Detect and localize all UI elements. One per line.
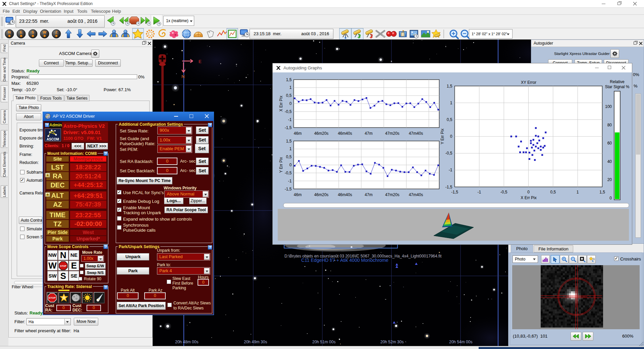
- svg-text:0: 0: [289, 163, 292, 167]
- svg-text:20h 54m 00s: 20h 54m 00s: [449, 340, 472, 344]
- svg-text:C11 EdgeHD f/7 + Atik 4000 Mon: C11 EdgeHD f/7 + Atik 4000 Monochrome: [301, 257, 388, 263]
- svg-text:-1,5: -1,5: [445, 185, 452, 189]
- svg-text:-1,5: -1,5: [285, 187, 292, 191]
- svg-text:STOP: STOP: [60, 265, 66, 267]
- svg-text:1: 1: [289, 85, 292, 90]
- svg-text:Y Err Pix: Y Err Pix: [279, 157, 283, 173]
- svg-text:N: N: [181, 74, 184, 79]
- svg-text:-1: -1: [288, 179, 292, 183]
- svg-text:Star Signal %: Star Signal %: [605, 84, 630, 89]
- svg-text:0: 0: [609, 196, 612, 200]
- svg-text:1: 1: [450, 101, 452, 105]
- svg-text:-1,5: -1,5: [451, 190, 458, 194]
- svg-text:1,5: 1,5: [286, 77, 292, 82]
- svg-text:E: E: [20, 30, 22, 34]
- svg-text:47m: 47m: [365, 192, 372, 197]
- svg-text:-1: -1: [449, 168, 452, 172]
- svg-text:47m40s: 47m40s: [409, 131, 423, 136]
- svg-text:-0,5: -0,5: [500, 190, 507, 194]
- svg-text:0,5: 0,5: [550, 190, 556, 194]
- svg-text:E: E: [199, 59, 202, 64]
- svg-text:1,5: 1,5: [286, 139, 292, 143]
- svg-text:-1,5: -1,5: [285, 125, 292, 130]
- svg-text:1: 1: [289, 147, 292, 151]
- svg-text:20h 48m 00s: 20h 48m 00s: [175, 340, 198, 344]
- svg-text:0,5: 0,5: [286, 93, 292, 98]
- svg-text:47m20s: 47m20s: [385, 131, 399, 136]
- svg-text:0,5: 0,5: [286, 155, 292, 159]
- svg-text:40: 40: [607, 159, 612, 164]
- svg-text:X Err Pix: X Err Pix: [279, 96, 283, 111]
- svg-text:XY Error: XY Error: [521, 80, 536, 85]
- svg-text:46m20s: 46m20s: [314, 192, 329, 197]
- svg-text:-0,5: -0,5: [285, 171, 292, 175]
- svg-text:47m40s: 47m40s: [409, 192, 423, 197]
- svg-text:0: 0: [450, 134, 452, 139]
- svg-text:-0,5: -0,5: [445, 151, 452, 156]
- svg-text:47m: 47m: [365, 131, 372, 136]
- svg-text:80: 80: [607, 123, 612, 127]
- svg-text:1,5: 1,5: [599, 190, 605, 194]
- svg-text:Z: Z: [55, 30, 58, 34]
- svg-text:0: 0: [289, 101, 292, 106]
- svg-text:46m: 46m: [294, 131, 302, 136]
- svg-text:46m: 46m: [294, 192, 302, 197]
- svg-text:Relative: Relative: [610, 79, 625, 84]
- svg-text:46m20s: 46m20s: [314, 131, 329, 136]
- svg-text:Y Err Pix: Y Err Pix: [440, 128, 445, 144]
- svg-text:X Err Pix: X Err Pix: [521, 195, 536, 200]
- svg-text:20h 52m 30s: 20h 52m 30s: [380, 340, 404, 344]
- svg-text:20: 20: [607, 177, 612, 182]
- svg-text:100: 100: [605, 104, 612, 109]
- svg-text:1,5: 1,5: [447, 84, 452, 89]
- svg-text:20h 49m 30s: 20h 49m 30s: [244, 340, 267, 344]
- svg-text:1: 1: [577, 190, 579, 194]
- svg-text:0: 0: [527, 190, 530, 194]
- svg-text:W: W: [43, 30, 47, 34]
- svg-text:N: N: [8, 30, 11, 34]
- svg-text:S: S: [32, 30, 34, 34]
- svg-text:0,5: 0,5: [447, 117, 452, 122]
- svg-text:20h 51m 00s: 20h 51m 00s: [312, 340, 335, 344]
- svg-text:-1: -1: [477, 190, 481, 194]
- svg-text:46m40s: 46m40s: [338, 192, 352, 197]
- svg-text:60: 60: [607, 141, 612, 146]
- svg-text:-0,5: -0,5: [285, 109, 292, 114]
- svg-text:46m40s: 46m40s: [338, 131, 352, 136]
- svg-text:STOP: STOP: [49, 296, 55, 299]
- svg-text:47m20s: 47m20s: [385, 192, 399, 197]
- svg-text:-1: -1: [288, 117, 292, 122]
